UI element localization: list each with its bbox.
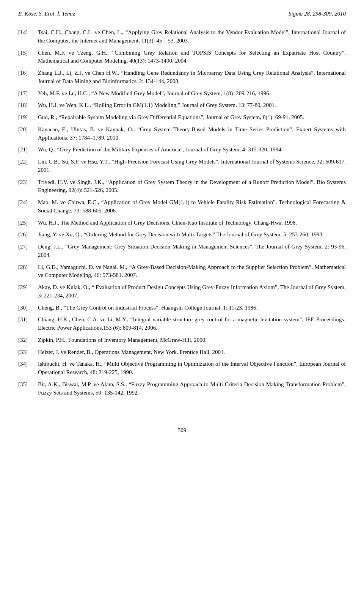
ref-number: [19] (18, 113, 38, 122)
reference-entry: [18]Wu, H.J. ve Wen, K.L., “Rolling Erro… (18, 101, 346, 110)
reference-entry: [27]Deng, J.L., “Grey Management: Grey S… (18, 243, 346, 259)
ref-number: [30] (18, 304, 38, 312)
ref-text: Zipkin, P.H., Foundations of Inventory M… (38, 336, 346, 344)
ref-text: Mao, M. ve Chirwa, E.C., “Application of… (38, 198, 346, 215)
page-header: E. Köse, S. Erol, İ. Temiz Sigma 28, 298… (0, 0, 364, 21)
ref-number: [26] (18, 231, 38, 239)
ref-number: [16] (18, 69, 38, 86)
reference-entry: [29]Akay, D. ve Kulak, O., “ Evaluation … (18, 283, 346, 300)
ref-text: Chen, M.F. ve Tzeng, G.H., “Combining Gr… (38, 49, 346, 66)
ref-text: Chiang, H.K., Chen, C.A. ve Li, M.Y., “I… (38, 316, 346, 332)
reference-entry: [35]Bit, A.K., Biswal, M.P. ve Alam, S.S… (18, 381, 346, 397)
ref-number: [35] (18, 381, 38, 397)
ref-text: Cheng, B., “The Grey Control on Industri… (38, 304, 346, 312)
ref-number: [18] (18, 101, 38, 110)
ref-text: Li, G.D., Yamaguchi, D. ve Nagai, M., “A… (38, 263, 346, 280)
reference-entry: [30]Cheng, B., “The Grey Control on Indu… (18, 304, 346, 312)
ref-number: [24] (18, 198, 38, 215)
reference-entry: [23]Trivedi, H.V. ve Singh, J.K., “Appli… (18, 178, 346, 195)
ref-number: [27] (18, 243, 38, 259)
reference-entry: [24]Mao, M. ve Chirwa, E.C., “Applicatio… (18, 198, 346, 215)
ref-number: [21] (18, 146, 38, 154)
ref-text: Guo, R., “Repairable System Modeling via… (38, 113, 346, 122)
ref-text: Wu, Q., “Grey Prediction of the Military… (38, 146, 346, 154)
ref-number: [28] (18, 263, 38, 280)
ref-number: [14] (18, 28, 38, 45)
reference-entry: [19]Guo, R., “Repairable System Modeling… (18, 113, 346, 122)
ref-text: Wu, H.J., The Method and Application of … (38, 219, 346, 227)
reference-entry: [28]Li, G.D., Yamaguchi, D. ve Nagai, M.… (18, 263, 346, 280)
ref-text: Trivedi, H.V. ve Singh, J.K., “Applicati… (38, 178, 346, 195)
ref-number: [29] (18, 283, 38, 300)
reference-entry: [25]Wu, H.J., The Method and Application… (18, 219, 346, 227)
ref-number: [17] (18, 90, 38, 98)
reference-entry: [33]Heizer, J. ve Render, B., Operations… (18, 348, 346, 357)
ref-number: [32] (18, 336, 38, 344)
ref-number: [22] (18, 158, 38, 175)
ref-number: [34] (18, 360, 38, 377)
ref-number: [25] (18, 219, 38, 227)
reference-entry: [32]Zipkin, P.H., Foundations of Invento… (18, 336, 346, 344)
reference-entry: [15]Chen, M.F. ve Tzeng, G.H., “Combinin… (18, 49, 346, 66)
ref-number: [20] (18, 126, 38, 142)
reference-entry: [31]Chiang, H.K., Chen, C.A. ve Li, M.Y.… (18, 316, 346, 332)
ref-text: Yeh, M.F. ve Lu, H.C., “A New Modified G… (38, 90, 346, 98)
ref-number: [33] (18, 348, 38, 357)
reference-entry: [14]Tsai, C.H., Chang, C.L. ve Chen, L.,… (18, 28, 346, 45)
ref-number: [15] (18, 49, 38, 66)
ref-text: Zhang L.J., Li, Z.J. ve Chen H.W., “Hand… (38, 69, 346, 86)
header-journal: Sigma 28, 298-309, 2010 (289, 11, 346, 17)
reference-entry: [16]Zhang L.J., Li, Z.J. ve Chen H.W., “… (18, 69, 346, 86)
reference-entry: [17]Yeh, M.F. ve Lu, H.C., “A New Modifi… (18, 90, 346, 98)
ref-text: Bit, A.K., Biswal, M.P. ve Alam, S.S., “… (38, 381, 346, 397)
ref-text: Deng, J.L., “Grey Management: Grey Situa… (38, 243, 346, 259)
ref-text: Tsai, C.H., Chang, C.L. ve Chen, L., “Ap… (38, 28, 346, 45)
ref-text: Kayacan, E., Ulutas, B. ve Kaynak, O., “… (38, 126, 346, 142)
reference-entry: [20]Kayacan, E., Ulutas, B. ve Kaynak, O… (18, 126, 346, 142)
ref-text: Jiang, Y. ve Xu, Q., “Ordering Method fo… (38, 231, 346, 239)
ref-text: Akay, D. ve Kulak, O., “ Evaluation of P… (38, 283, 346, 300)
ref-text: Heizer, J. ve Render, B., Operations Man… (38, 348, 346, 357)
references-section: [14]Tsai, C.H., Chang, C.L. ve Chen, L.,… (0, 21, 364, 416)
page-number: 309 (0, 427, 364, 434)
ref-text: Ishibuchi, H. ve Tanaka, H., “Multi Obje… (38, 360, 346, 377)
reference-entry: [21]Wu, Q., “Grey Prediction of the Mili… (18, 146, 346, 154)
ref-number: [31] (18, 316, 38, 332)
header-authors: E. Köse, S. Erol, İ. Temiz (18, 11, 75, 17)
reference-entry: [34]Ishibuchi, H. ve Tanaka, H., “Multi … (18, 360, 346, 377)
ref-text: Lin, C.B., Su, S.F. ve Hsu, Y.T., “High-… (38, 158, 346, 175)
reference-entry: [22]Lin, C.B., Su, S.F. ve Hsu, Y.T., “H… (18, 158, 346, 175)
reference-entry: [26]Jiang, Y. ve Xu, Q., “Ordering Metho… (18, 231, 346, 239)
ref-number: [23] (18, 178, 38, 195)
ref-text: Wu, H.J. ve Wen, K.L., “Rolling Error in… (38, 101, 346, 110)
